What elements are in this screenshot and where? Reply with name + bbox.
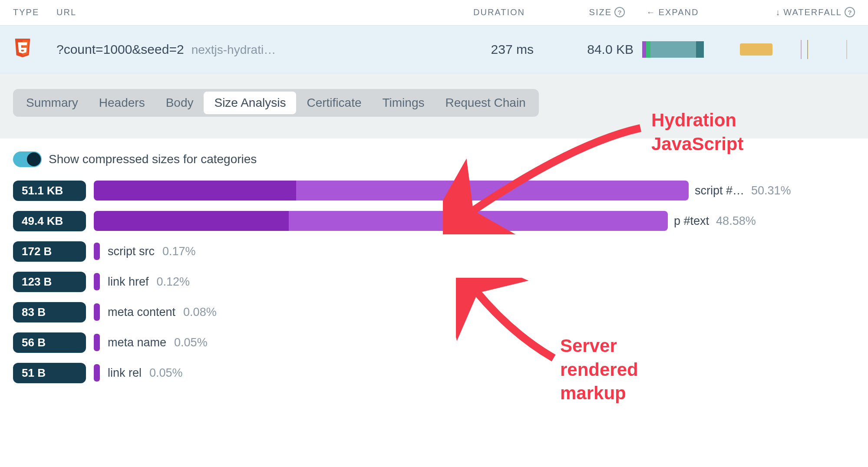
header-expand[interactable]: ← EXPAND — [625, 7, 720, 17]
header-size-label: SIZE — [589, 7, 612, 17]
arrow-down-icon: ↓ — [776, 7, 781, 17]
tab-timings[interactable]: Timings — [372, 92, 435, 114]
tab-size-analysis[interactable]: Size Analysis — [204, 92, 296, 114]
row-label: script #… — [695, 184, 744, 197]
size-row: 51 Blink rel0.05% — [13, 362, 855, 383]
tab-headers[interactable]: Headers — [89, 92, 155, 114]
size-breakdown-mini — [634, 40, 720, 59]
tabs-container: SummaryHeadersBodySize AnalysisCertifica… — [0, 73, 868, 138]
row-label: p #text — [674, 214, 709, 228]
size-row: 83 Bmeta content0.08% — [13, 302, 855, 322]
header-type[interactable]: TYPE — [13, 7, 56, 17]
header-expand-label: EXPAND — [659, 7, 699, 17]
size-badge: 49.4 KB — [13, 211, 86, 231]
tab-certificate[interactable]: Certificate — [296, 92, 372, 114]
row-percentage: 50.31% — [751, 184, 791, 197]
size-row: 172 Bscript src0.17% — [13, 241, 855, 262]
row-label: script src — [108, 245, 155, 258]
request-url: ?count=1000&seed=2 — [56, 42, 184, 56]
size-bar: script #…50.31% — [94, 181, 855, 201]
size-badge: 51.1 KB — [13, 181, 86, 201]
header-url[interactable]: URL — [56, 7, 416, 17]
header-size[interactable]: SIZE ? — [525, 7, 625, 17]
request-duration: 237 ms — [491, 42, 534, 56]
request-size: 84.0 KB — [587, 42, 634, 57]
size-bar — [94, 334, 100, 351]
tab-summary[interactable]: Summary — [16, 92, 89, 114]
row-label: meta name — [108, 336, 166, 349]
request-row[interactable]: ?count=1000&seed=2 nextjs-hydrati… 237 m… — [0, 25, 868, 73]
tab-body[interactable]: Body — [155, 92, 204, 114]
html5-icon — [13, 38, 32, 59]
row-label: link rel — [108, 366, 142, 380]
tabs: SummaryHeadersBodySize AnalysisCertifica… — [13, 89, 539, 117]
size-row: 49.4 KBp #text48.58% — [13, 210, 855, 231]
size-badge: 83 B — [13, 302, 86, 322]
toggle-knob — [27, 152, 41, 166]
request-url-sub: nextjs-hydrati… — [191, 43, 276, 56]
size-badge: 56 B — [13, 332, 86, 353]
size-bar — [94, 273, 100, 290]
size-row: 51.1 KBscript #…50.31% — [13, 180, 855, 201]
row-percentage: 48.58% — [716, 214, 756, 228]
size-analysis-panel: Show compressed sizes for categories 51.… — [0, 138, 868, 383]
help-icon[interactable]: ? — [614, 7, 625, 17]
header-waterfall-label: WATERFALL — [783, 7, 842, 17]
size-badge: 172 B — [13, 241, 86, 262]
column-headers: TYPE URL DURATION SIZE ? ← EXPAND ↓ WATE… — [0, 0, 868, 25]
compressed-sizes-toggle[interactable] — [13, 151, 42, 167]
row-percentage: 0.08% — [183, 306, 217, 319]
row-label: link href — [108, 275, 149, 289]
size-bar — [94, 243, 100, 260]
header-duration[interactable]: DURATION — [416, 7, 525, 17]
row-percentage: 0.12% — [157, 275, 190, 289]
toggle-row: Show compressed sizes for categories — [13, 151, 855, 167]
tab-request-chain[interactable]: Request Chain — [435, 92, 536, 114]
row-percentage: 0.17% — [162, 245, 196, 258]
help-icon[interactable]: ? — [845, 7, 855, 17]
row-label: meta content — [108, 306, 175, 319]
size-bar: p #text48.58% — [94, 211, 855, 231]
size-badge: 51 B — [13, 363, 86, 383]
size-row: 56 Bmeta name0.05% — [13, 332, 855, 353]
row-percentage: 0.05% — [174, 336, 208, 349]
waterfall-mini — [720, 40, 855, 59]
size-row: 123 Blink href0.12% — [13, 271, 855, 292]
size-bar — [94, 303, 100, 321]
header-waterfall[interactable]: ↓ WATERFALL ? — [720, 7, 855, 17]
row-percentage: 0.05% — [149, 366, 183, 380]
size-bar — [94, 364, 100, 381]
size-badge: 123 B — [13, 272, 86, 292]
toggle-label: Show compressed sizes for categories — [49, 152, 257, 166]
arrow-left-icon: ← — [647, 7, 656, 17]
